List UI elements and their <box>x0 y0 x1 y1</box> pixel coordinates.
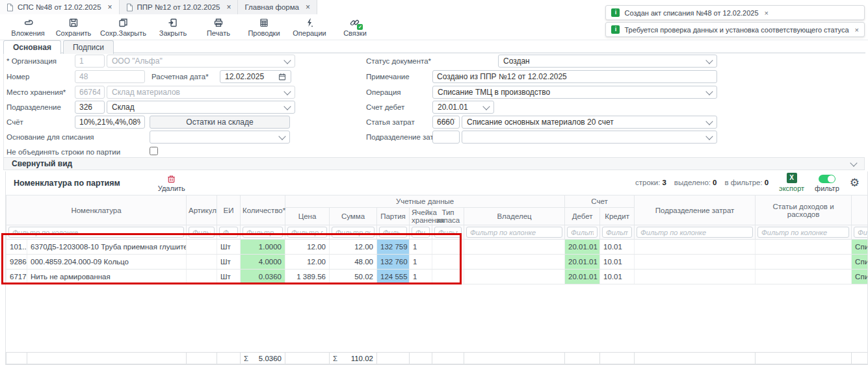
check-badge-icon: ✓ <box>357 24 363 30</box>
org-code-input[interactable] <box>75 55 105 68</box>
tab-label: Главная форма <box>244 3 299 11</box>
lightning-icon <box>304 18 315 28</box>
col-price[interactable]: Цена <box>285 208 330 225</box>
tab-document-ppr[interactable]: ППР №12 от 12.02.2025 × <box>120 0 239 14</box>
col-credit[interactable]: Кредит <box>600 208 635 225</box>
table-row[interactable]: 67179 Нить не армированная Шт 0.0360 1 3… <box>7 270 868 284</box>
cost-item-select[interactable]: Списание основных материалов 20 счет <box>462 116 717 129</box>
calculator-icon <box>259 18 269 28</box>
col-article[interactable]: Артикул <box>187 195 217 225</box>
filter-input[interactable] <box>466 227 562 238</box>
tab-main-form[interactable]: Главная форма × <box>238 0 317 14</box>
dept-select[interactable]: Склад <box>107 101 295 114</box>
operation-label: Операция <box>366 88 401 96</box>
attachments-button[interactable]: Вложения <box>5 16 51 38</box>
selected-count: 0 <box>713 179 717 186</box>
table-row[interactable]: 92866 000.4859.204.000-09 Кольцо Шт 4.00… <box>7 255 868 270</box>
col-storage-cell[interactable]: Ячейка хранения <box>410 208 432 225</box>
dept-code-input[interactable] <box>75 101 105 114</box>
paperclip-icon <box>23 18 34 28</box>
close-icon[interactable]: × <box>108 3 112 12</box>
calendar-icon[interactable] <box>278 73 286 81</box>
account-input[interactable] <box>75 116 145 129</box>
col-unit[interactable]: ЕИ <box>217 195 241 225</box>
cell-batch: 132 760 <box>377 255 410 270</box>
postings-button[interactable]: Проводки <box>241 16 287 38</box>
export-label: экспорт <box>779 184 804 192</box>
close-icon[interactable]: × <box>226 3 231 12</box>
col-batch[interactable]: Партия <box>377 208 410 225</box>
page-icon <box>7 3 14 12</box>
org-label: * Организация <box>7 57 57 65</box>
export-button[interactable]: X экспорт <box>779 173 804 192</box>
col-owner[interactable]: Владелец <box>464 208 565 225</box>
debit-account-select[interactable]: 20.01.01 <box>432 101 494 114</box>
tab-podpisi[interactable]: Подписи <box>63 40 114 54</box>
storage-code-input[interactable] <box>75 86 105 99</box>
gear-icon[interactable]: ⚙ <box>850 177 860 188</box>
filter-label: фильтр <box>815 184 839 192</box>
rows-count-label: строки: <box>635 179 660 186</box>
filter-input[interactable] <box>189 227 215 238</box>
merge-lines-checkbox[interactable] <box>150 147 158 155</box>
save-close-button[interactable]: Сохр.Закрыть <box>96 16 150 38</box>
filter-input[interactable] <box>219 227 238 238</box>
col-sum[interactable]: Сумма <box>330 208 377 225</box>
filter-input[interactable] <box>567 227 598 238</box>
chevron-down-icon <box>705 57 713 64</box>
collapsed-view-bar[interactable]: Свернутый вид <box>3 157 865 170</box>
col-nomenclature[interactable]: Номенклатура <box>7 195 187 225</box>
close-icon[interactable]: × <box>855 26 859 34</box>
links-button[interactable]: ✓ Связки <box>332 16 378 38</box>
stock-balance-button[interactable]: Остатки на складе <box>150 116 290 129</box>
chevron-down-icon <box>705 88 713 95</box>
number-input[interactable] <box>75 70 145 83</box>
col-quantity[interactable]: Количество* <box>241 195 285 225</box>
cost-dept-select[interactable] <box>462 131 717 144</box>
tab-osnovnaya[interactable]: Основная <box>3 40 61 54</box>
operation-select[interactable]: Списание ТМЦ в производство <box>432 86 717 99</box>
operations-button[interactable]: Операции <box>287 16 332 38</box>
filter-input[interactable] <box>602 227 632 238</box>
grid-toolbar: Номенклатура по партиям Удалить строки:3… <box>6 171 867 195</box>
close-icon[interactable]: × <box>765 9 769 17</box>
delete-button[interactable]: Удалить <box>158 174 185 192</box>
filter-input[interactable] <box>332 227 375 238</box>
tab-document-sps[interactable]: СПС №48 от 12.02.2025 × <box>0 0 120 14</box>
filter-input[interactable] <box>434 227 462 238</box>
save-button[interactable]: Сохранить <box>51 16 96 38</box>
filter-toggle[interactable]: фильтр <box>815 173 839 192</box>
total-sum: Σ110.02 <box>330 353 377 364</box>
cost-dept-code-input[interactable] <box>432 131 460 144</box>
cost-item-code-input[interactable] <box>432 116 460 129</box>
trash-icon <box>166 174 176 184</box>
chevron-down-icon[interactable] <box>850 159 857 166</box>
col-clipped[interactable] <box>852 195 868 225</box>
col-cost-dept[interactable]: Подразделение затрат <box>635 195 756 225</box>
filter-input[interactable] <box>637 227 753 238</box>
note-input[interactable] <box>432 70 717 83</box>
cell-quantity: 0.0360 <box>241 270 285 284</box>
filter-input[interactable] <box>854 227 868 238</box>
writeoff-basis-select[interactable] <box>150 131 290 144</box>
cell-quantity: 1.0000 <box>241 240 285 255</box>
close-icon[interactable]: × <box>306 3 310 12</box>
close-button[interactable]: Закрыть <box>150 16 196 38</box>
filter-input[interactable] <box>287 227 327 238</box>
org-select[interactable]: ООО "Альфа" <box>107 55 295 68</box>
filter-input[interactable] <box>379 227 407 238</box>
filter-input[interactable] <box>412 227 430 238</box>
filter-input[interactable] <box>757 227 849 238</box>
cell-nomenclature: 000.4859.204.000-09 Кольцо <box>27 255 187 270</box>
storage-select[interactable]: Склад материалов <box>107 86 295 99</box>
toggle-on-icon[interactable] <box>819 175 835 183</box>
filter-input[interactable] <box>8 227 184 238</box>
table-row[interactable]: 101... 6370Д5-1203008-10 Труба приемная … <box>7 240 868 255</box>
filter-input[interactable] <box>243 227 283 238</box>
calc-date-input[interactable]: 12.02.2025 <box>220 70 291 83</box>
cell-debit: 20.01.01 <box>565 240 600 255</box>
col-income-expense[interactable]: Статьи доходов и расходов <box>756 195 852 225</box>
status-select[interactable]: Создан <box>498 55 717 68</box>
print-button[interactable]: Печать <box>196 16 241 38</box>
col-debit[interactable]: Дебет <box>565 208 600 225</box>
